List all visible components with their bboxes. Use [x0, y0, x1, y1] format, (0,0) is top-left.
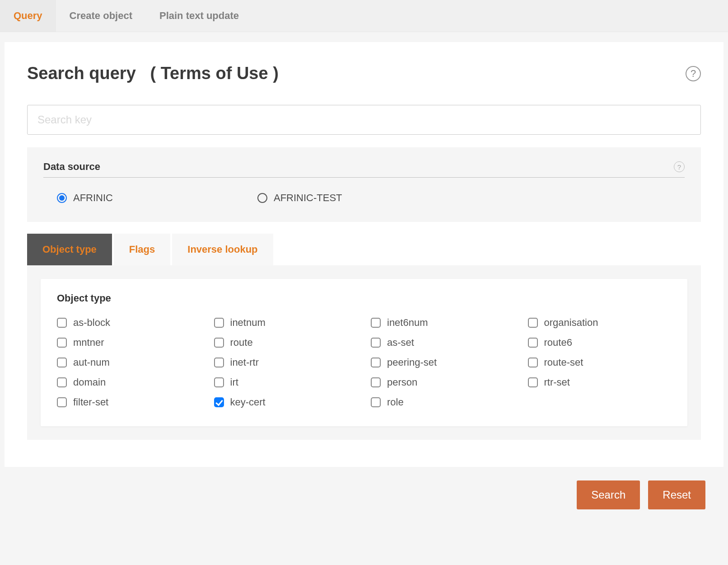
- checkbox-inet6num[interactable]: [371, 318, 381, 328]
- object-types-title: Object type: [57, 292, 671, 304]
- object-type-rtr-set[interactable]: rtr-set: [528, 377, 672, 388]
- object-type-label: route6: [544, 337, 572, 348]
- checkbox-mntner[interactable]: [57, 338, 67, 348]
- object-type-as-set[interactable]: as-set: [371, 337, 514, 348]
- object-types-area: Object type as-blockinetnuminet6numorgan…: [27, 265, 701, 440]
- checkbox-irt[interactable]: [214, 377, 224, 387]
- filter-tab-flags[interactable]: Flags: [114, 234, 170, 265]
- object-type-label: person: [387, 377, 417, 388]
- data-source-panel: Data source ? AFRINIC AFRINIC-TEST: [27, 147, 701, 222]
- checkbox-as-set[interactable]: [371, 338, 381, 348]
- checkbox-person[interactable]: [371, 377, 381, 387]
- query-card: Search query ( Terms of Use ) ? Data sou…: [5, 42, 723, 467]
- tab-plain-text-update[interactable]: Plain text update: [146, 0, 252, 32]
- tab-create-object[interactable]: Create object: [56, 0, 146, 32]
- filter-tab-bar: Object type Flags Inverse lookup: [27, 234, 701, 265]
- object-type-label: organisation: [544, 317, 598, 329]
- object-type-person[interactable]: person: [371, 377, 514, 388]
- checkbox-route6[interactable]: [528, 338, 538, 348]
- object-type-label: aut-num: [73, 357, 110, 368]
- checkbox-route[interactable]: [214, 338, 224, 348]
- object-type-mntner[interactable]: mntner: [57, 337, 201, 348]
- object-type-label: mntner: [73, 337, 104, 348]
- checkbox-aut-num[interactable]: [57, 358, 67, 367]
- object-types-grid: as-blockinetnuminet6numorganisationmntne…: [57, 317, 671, 408]
- object-type-label: route-set: [544, 357, 583, 368]
- object-type-label: inetnum: [230, 317, 266, 329]
- filter-tab-inverse-lookup[interactable]: Inverse lookup: [172, 234, 273, 265]
- object-type-route-set[interactable]: route-set: [528, 357, 672, 368]
- object-type-label: irt: [230, 377, 238, 388]
- object-type-label: as-block: [73, 317, 110, 329]
- object-type-label: domain: [73, 377, 106, 388]
- object-type-label: as-set: [387, 337, 414, 348]
- radio-afrinic-label: AFRINIC: [73, 192, 113, 204]
- checkbox-rtr-set[interactable]: [528, 377, 538, 387]
- object-type-label: inet6num: [387, 317, 428, 329]
- checkbox-route-set[interactable]: [528, 358, 538, 367]
- object-type-label: role: [387, 396, 404, 408]
- radio-afrinic-test-label: AFRINIC-TEST: [274, 192, 342, 204]
- search-button[interactable]: Search: [577, 480, 640, 509]
- checkbox-role[interactable]: [371, 397, 381, 407]
- object-type-role[interactable]: role: [371, 396, 514, 408]
- object-type-inetnum[interactable]: inetnum: [214, 317, 358, 329]
- object-type-label: inet-rtr: [230, 357, 259, 368]
- radio-afrinic-test-input[interactable]: [257, 193, 267, 203]
- object-type-irt[interactable]: irt: [214, 377, 358, 388]
- data-source-label: Data source: [43, 161, 100, 173]
- object-type-label: rtr-set: [544, 377, 570, 388]
- terms-of-use-link[interactable]: ( Terms of Use ): [150, 64, 278, 83]
- search-input[interactable]: [27, 105, 701, 135]
- radio-afrinic-input[interactable]: [57, 193, 67, 203]
- checkbox-filter-set[interactable]: [57, 397, 67, 407]
- object-type-label: filter-set: [73, 396, 108, 408]
- object-type-key-cert[interactable]: key-cert: [214, 396, 358, 408]
- filter-tab-object-type[interactable]: Object type: [27, 234, 112, 265]
- object-types-card: Object type as-blockinetnuminet6numorgan…: [41, 279, 687, 426]
- page-title: Search query ( Terms of Use ): [27, 64, 279, 83]
- object-type-domain[interactable]: domain: [57, 377, 201, 388]
- checkbox-inet-rtr[interactable]: [214, 358, 224, 367]
- object-type-route[interactable]: route: [214, 337, 358, 348]
- object-type-filter-set[interactable]: filter-set: [57, 396, 201, 408]
- reset-button[interactable]: Reset: [648, 480, 705, 509]
- top-tab-bar: Query Create object Plain text update: [0, 0, 728, 32]
- radio-afrinic-test[interactable]: AFRINIC-TEST: [257, 192, 342, 204]
- object-type-peering-set[interactable]: peering-set: [371, 357, 514, 368]
- checkbox-key-cert[interactable]: [214, 397, 224, 407]
- checkbox-as-block[interactable]: [57, 318, 67, 328]
- object-type-label: key-cert: [230, 396, 266, 408]
- checkbox-domain[interactable]: [57, 377, 67, 387]
- object-type-aut-num[interactable]: aut-num: [57, 357, 201, 368]
- help-icon[interactable]: ?: [686, 66, 701, 81]
- radio-afrinic[interactable]: AFRINIC: [57, 192, 113, 204]
- object-type-label: route: [230, 337, 253, 348]
- object-type-as-block[interactable]: as-block: [57, 317, 201, 329]
- checkbox-peering-set[interactable]: [371, 358, 381, 367]
- heading-text: Search query: [27, 64, 136, 83]
- checkbox-inetnum[interactable]: [214, 318, 224, 328]
- object-type-organisation[interactable]: organisation: [528, 317, 672, 329]
- action-bar: Search Reset: [0, 467, 728, 509]
- object-type-label: peering-set: [387, 357, 437, 368]
- object-type-inet6num[interactable]: inet6num: [371, 317, 514, 329]
- data-source-help-icon[interactable]: ?: [674, 161, 685, 172]
- checkbox-organisation[interactable]: [528, 318, 538, 328]
- object-type-route6[interactable]: route6: [528, 337, 672, 348]
- tab-query[interactable]: Query: [0, 0, 56, 32]
- object-type-inet-rtr[interactable]: inet-rtr: [214, 357, 358, 368]
